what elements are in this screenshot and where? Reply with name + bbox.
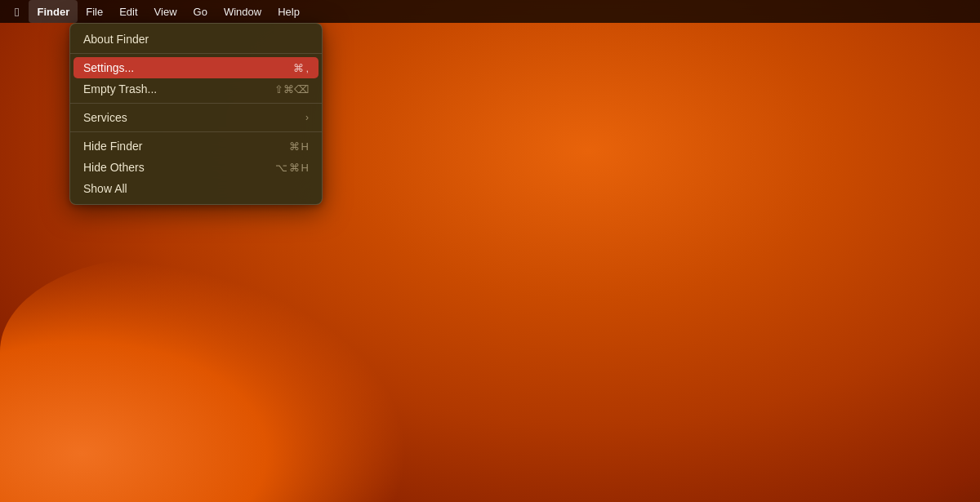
- hide-others-cmd: ⌘: [289, 162, 300, 174]
- menu-item-settings-label: Settings...: [83, 61, 134, 74]
- menu-item-hide-finder-label: Hide Finder: [83, 140, 142, 153]
- menu-item-settings-shortcut: ⌘ ,: [293, 62, 309, 74]
- menu-item-hide-others-label: Hide Others: [83, 161, 145, 174]
- menu-item-empty-trash-shortcut: ⇧⌘⌫: [274, 83, 309, 96]
- settings-cmd-symbol: ⌘: [293, 62, 304, 74]
- menu-item-about[interactable]: About Finder: [70, 29, 322, 50]
- menubar-item-window[interactable]: Window: [216, 0, 270, 23]
- menu-item-hide-finder-shortcut: ⌘ H: [289, 140, 309, 153]
- apple-menu-item[interactable]: : [7, 0, 29, 23]
- desktop:  Finder File Edit View Go Window Help: [0, 0, 980, 502]
- menu-item-hide-finder[interactable]: Hide Finder ⌘ H: [70, 135, 322, 157]
- menubar-item-file[interactable]: File: [78, 0, 111, 23]
- menubar-item-view[interactable]: View: [146, 0, 185, 23]
- hide-others-key: H: [301, 162, 309, 174]
- menu-item-services-label: Services: [83, 111, 127, 124]
- menu-item-services[interactable]: Services ›: [70, 107, 322, 128]
- chevron-right-icon: ›: [305, 112, 309, 123]
- menu-item-services-arrow: ›: [305, 112, 309, 123]
- separator-2: [70, 103, 322, 104]
- menu-item-settings[interactable]: Settings... ⌘ ,: [74, 57, 318, 78]
- menubar-items:  Finder File Edit View Go Window Help: [7, 0, 308, 23]
- hide-finder-key: H: [301, 140, 309, 153]
- menubar-item-edit[interactable]: Edit: [111, 0, 145, 23]
- menubar:  Finder File Edit View Go Window Help: [0, 0, 980, 23]
- menu-item-empty-trash-label: Empty Trash...: [83, 82, 157, 96]
- settings-key: ,: [305, 62, 309, 74]
- menu-item-hide-others[interactable]: Hide Others ⌥ ⌘ H: [70, 157, 322, 178]
- separator-1: [70, 53, 322, 54]
- menu-item-show-all-label: Show All: [83, 182, 127, 195]
- finder-dropdown-menu: About Finder Settings... ⌘ , Empty Trash…: [69, 23, 323, 205]
- hide-finder-cmd: ⌘: [289, 140, 300, 153]
- empty-trash-shortcut-text: ⇧⌘⌫: [274, 83, 309, 96]
- separator-3: [70, 131, 322, 132]
- menubar-item-help[interactable]: Help: [270, 0, 308, 23]
- menu-item-hide-others-shortcut: ⌥ ⌘ H: [275, 162, 309, 174]
- apple-logo-icon: : [15, 5, 19, 19]
- hide-others-opt: ⌥: [275, 162, 287, 174]
- menubar-item-finder[interactable]: Finder: [29, 0, 78, 23]
- menubar-item-go[interactable]: Go: [185, 0, 216, 23]
- menu-item-show-all[interactable]: Show All: [70, 178, 322, 199]
- menu-item-empty-trash[interactable]: Empty Trash... ⇧⌘⌫: [70, 78, 322, 100]
- menu-item-about-label: About Finder: [83, 33, 149, 46]
